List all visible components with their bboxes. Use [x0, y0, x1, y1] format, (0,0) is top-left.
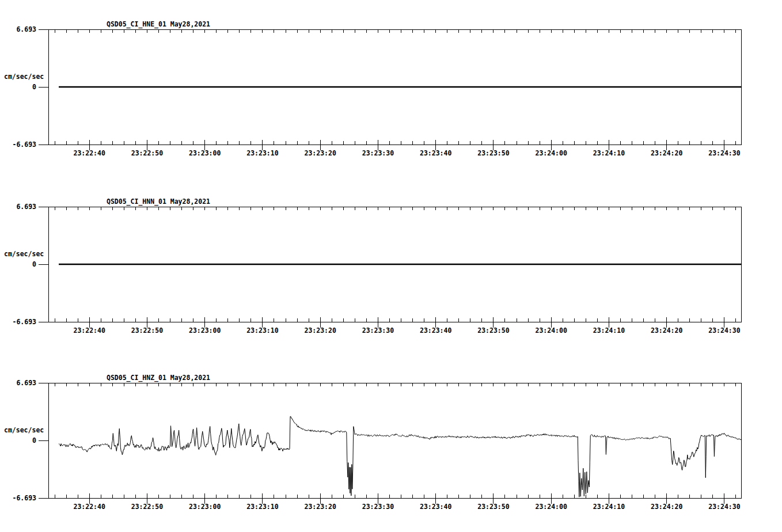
- x-tick-label: 23:24:10: [593, 149, 625, 157]
- x-tick-label: 23:24:10: [593, 326, 625, 335]
- chart-title: QSD05_CI_HNN_01 May28,2021: [107, 197, 210, 206]
- y-tick-label: 6.693: [16, 203, 36, 211]
- x-tick-label: 23:24:30: [708, 503, 740, 511]
- y-tick-label: -6.693: [12, 318, 36, 326]
- y-axis-unit-label: cm/sec/sec: [4, 73, 44, 81]
- x-tick-label: 23:23:20: [304, 149, 336, 157]
- x-tick-label: 23:23:50: [477, 149, 509, 157]
- x-tick-label: 23:24:20: [651, 503, 682, 511]
- x-tick-label: 23:24:20: [651, 149, 682, 157]
- x-tick-label: 23:23:30: [362, 149, 394, 157]
- chart-panel-HNN: QSD05_CI_HNN_01 May28,20216.6930-6.693cm…: [4, 197, 741, 335]
- y-tick-label: 0: [32, 83, 36, 91]
- x-tick-label: 23:22:50: [131, 326, 163, 335]
- x-tick-label: 23:23:10: [246, 326, 278, 335]
- chart-panel-HNZ: QSD05_CI_HNZ_01 May28,20216.6930-6.693cm…: [4, 374, 741, 511]
- x-tick-label: 23:24:30: [708, 326, 740, 335]
- chart-panel-HNE: QSD05_CI_HNE_01 May28,20216.6930-6.693cm…: [4, 20, 741, 157]
- x-tick-label: 23:22:50: [131, 149, 163, 157]
- chart-title: QSD05_CI_HNE_01 May28,2021: [107, 20, 210, 29]
- x-tick-label: 23:23:00: [189, 326, 221, 335]
- x-tick-label: 23:23:50: [477, 503, 509, 511]
- x-tick-label: 23:24:30: [708, 149, 740, 157]
- y-tick-label: 0: [32, 260, 36, 268]
- y-tick-label: -6.693: [12, 140, 36, 149]
- y-axis-unit-label: cm/sec/sec: [4, 250, 44, 258]
- x-tick-label: 23:23:10: [246, 149, 278, 157]
- x-tick-label: 23:22:40: [73, 326, 105, 335]
- x-tick-label: 23:23:30: [362, 503, 394, 511]
- x-tick-label: 23:24:00: [535, 503, 567, 511]
- x-tick-label: 23:23:20: [304, 503, 336, 511]
- x-tick-label: 23:22:40: [73, 149, 105, 157]
- y-axis-unit-label: cm/sec/sec: [4, 426, 44, 434]
- y-tick-label: 0: [32, 436, 36, 444]
- x-tick-label: 23:23:30: [362, 326, 394, 335]
- y-tick-label: -6.693: [12, 494, 36, 502]
- x-tick-label: 23:23:00: [189, 149, 221, 157]
- x-tick-label: 23:23:40: [420, 149, 451, 157]
- x-tick-label: 23:22:40: [73, 503, 105, 511]
- seismogram-plot: QSD05_CI_HNE_01 May28,20216.6930-6.693cm…: [0, 0, 782, 532]
- waveform-HNZ: [59, 416, 741, 497]
- x-tick-label: 23:24:10: [593, 503, 625, 511]
- seismogram-page: QSD05_CI_HNE_01 May28,20216.6930-6.693cm…: [0, 0, 782, 532]
- y-tick-label: 6.693: [16, 25, 36, 33]
- x-tick-label: 23:23:10: [246, 503, 278, 511]
- x-tick-label: 23:23:40: [420, 503, 451, 511]
- x-tick-label: 23:24:00: [535, 326, 567, 335]
- y-tick-label: 6.693: [16, 379, 36, 387]
- x-tick-label: 23:23:20: [304, 326, 336, 335]
- x-tick-label: 23:23:50: [477, 326, 509, 335]
- x-tick-label: 23:23:40: [420, 326, 451, 335]
- x-tick-label: 23:22:50: [131, 503, 163, 511]
- x-tick-label: 23:24:20: [651, 326, 682, 335]
- x-tick-label: 23:24:00: [535, 149, 567, 157]
- x-tick-label: 23:23:00: [189, 503, 221, 511]
- chart-title: QSD05_CI_HNZ_01 May28,2021: [107, 374, 210, 382]
